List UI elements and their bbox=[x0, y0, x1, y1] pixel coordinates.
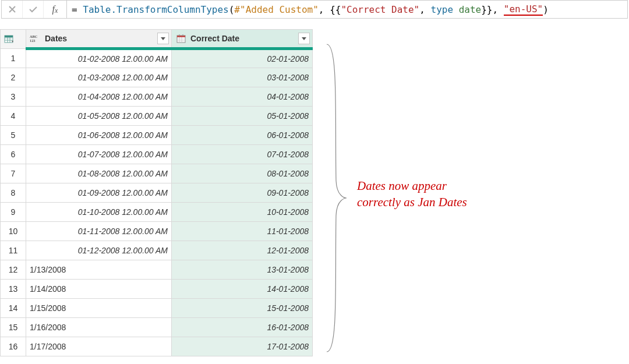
chevron-down-icon bbox=[161, 37, 165, 40]
row-number[interactable]: 1 bbox=[1, 49, 26, 68]
commit-formula-button[interactable] bbox=[23, 1, 44, 18]
brace-icon bbox=[322, 41, 351, 355]
cell-dates[interactable]: 01-09-2008 12.00.00 AM bbox=[26, 183, 172, 203]
cell-correct-date[interactable]: 14-01-2008 bbox=[172, 280, 313, 299]
table-row[interactable]: 161/17/200817-01-2008 bbox=[1, 337, 313, 356]
row-number[interactable]: 2 bbox=[1, 68, 26, 87]
date-type-icon bbox=[175, 34, 187, 43]
cell-dates[interactable]: 01-12-2008 12.00.00 AM bbox=[26, 241, 172, 260]
formula-fn: Table.TransformColumnTypes bbox=[83, 4, 228, 15]
cell-dates[interactable]: 01-04-2008 12.00.00 AM bbox=[26, 87, 172, 107]
row-number[interactable]: 11 bbox=[1, 241, 26, 260]
column-filter-button[interactable] bbox=[298, 33, 310, 44]
table-row[interactable]: 201-03-2008 12.00.00 AM03-01-2008 bbox=[1, 68, 313, 87]
cell-correct-date[interactable]: 16-01-2008 bbox=[172, 318, 313, 337]
cell-correct-date[interactable]: 07-01-2008 bbox=[172, 145, 313, 164]
any-type-icon: ABC 123 bbox=[30, 33, 41, 44]
svg-marker-9 bbox=[161, 37, 165, 40]
column-header-dates[interactable]: ABC 123 Dates bbox=[26, 30, 172, 49]
cell-dates[interactable]: 01-05-2008 12.00.00 AM bbox=[26, 107, 172, 126]
formula-bar: fx = Table.TransformColumnTypes(#"Added … bbox=[1, 0, 628, 19]
cell-dates[interactable]: 01-07-2008 12.00.00 AM bbox=[26, 145, 172, 164]
formula-step-ref: #"Added Custom" bbox=[234, 4, 319, 15]
cell-correct-date[interactable]: 13-01-2008 bbox=[172, 260, 313, 280]
table-row[interactable]: 1101-12-2008 12.00.00 AM12-01-2008 bbox=[1, 241, 313, 260]
table-row[interactable]: 101-02-2008 12.00.00 AM02-01-2008 bbox=[1, 49, 313, 68]
column-header-dates-label: Dates bbox=[45, 34, 67, 43]
row-number[interactable]: 9 bbox=[1, 203, 26, 222]
formula-locale: "en-US" bbox=[504, 3, 543, 16]
table-row[interactable]: 501-06-2008 12.00.00 AM06-01-2008 bbox=[1, 126, 313, 145]
cell-correct-date[interactable]: 10-01-2008 bbox=[172, 203, 313, 222]
table-row[interactable]: 1001-11-2008 12.00.00 AM11-01-2008 bbox=[1, 222, 313, 241]
column-filter-button[interactable] bbox=[157, 33, 169, 44]
row-number[interactable]: 14 bbox=[1, 299, 26, 318]
cell-dates[interactable]: 1/14/2008 bbox=[26, 280, 172, 299]
close-icon bbox=[8, 5, 16, 13]
table-row[interactable]: 401-05-2008 12.00.00 AM05-01-2008 bbox=[1, 107, 313, 126]
annotation-text: Dates now appear correctly as Jan Dates bbox=[357, 178, 467, 211]
cell-correct-date[interactable]: 05-01-2008 bbox=[172, 107, 313, 126]
cell-dates[interactable]: 01-03-2008 12.00.00 AM bbox=[26, 68, 172, 87]
formula-prefix: = bbox=[72, 4, 83, 15]
row-number[interactable]: 8 bbox=[1, 183, 26, 203]
row-number[interactable]: 15 bbox=[1, 318, 26, 337]
cell-dates[interactable]: 1/13/2008 bbox=[26, 260, 172, 280]
row-number[interactable]: 6 bbox=[1, 145, 26, 164]
cell-dates[interactable]: 01-02-2008 12.00.00 AM bbox=[26, 49, 172, 68]
cell-correct-date[interactable]: 15-01-2008 bbox=[172, 299, 313, 318]
cell-correct-date[interactable]: 08-01-2008 bbox=[172, 164, 313, 183]
table-row[interactable]: 701-08-2008 12.00.00 AM08-01-2008 bbox=[1, 164, 313, 183]
cell-dates[interactable]: 01-10-2008 12.00.00 AM bbox=[26, 203, 172, 222]
table-row[interactable]: 151/16/200816-01-2008 bbox=[1, 318, 313, 337]
fx-label: fx bbox=[44, 1, 67, 18]
row-number[interactable]: 7 bbox=[1, 164, 26, 183]
annotation-area: Dates now appear correctly as Jan Dates bbox=[313, 29, 629, 356]
cell-correct-date[interactable]: 06-01-2008 bbox=[172, 126, 313, 145]
svg-text:ABC: ABC bbox=[30, 34, 38, 38]
table-row[interactable]: 801-09-2008 12.00.00 AM09-01-2008 bbox=[1, 183, 313, 203]
cell-correct-date[interactable]: 02-01-2008 bbox=[172, 49, 313, 68]
cell-correct-date[interactable]: 11-01-2008 bbox=[172, 222, 313, 241]
cell-correct-date[interactable]: 03-01-2008 bbox=[172, 68, 313, 87]
cell-dates[interactable]: 01-11-2008 12.00.00 AM bbox=[26, 222, 172, 241]
cell-dates[interactable]: 1/16/2008 bbox=[26, 318, 172, 337]
table-row[interactable]: 121/13/200813-01-2008 bbox=[1, 260, 313, 280]
cell-correct-date[interactable]: 09-01-2008 bbox=[172, 183, 313, 203]
cancel-formula-button[interactable] bbox=[2, 1, 23, 18]
row-number[interactable]: 13 bbox=[1, 280, 26, 299]
row-number[interactable]: 4 bbox=[1, 107, 26, 126]
column-header-correct-label: Correct Date bbox=[190, 34, 239, 43]
formula-input[interactable]: = Table.TransformColumnTypes(#"Added Cus… bbox=[67, 1, 627, 18]
svg-text:123: 123 bbox=[30, 38, 36, 43]
cell-correct-date[interactable]: 04-01-2008 bbox=[172, 87, 313, 107]
check-icon bbox=[29, 5, 38, 13]
row-number[interactable]: 10 bbox=[1, 222, 26, 241]
cell-dates[interactable]: 1/17/2008 bbox=[26, 337, 172, 356]
row-number[interactable]: 5 bbox=[1, 126, 26, 145]
cell-dates[interactable]: 1/15/2008 bbox=[26, 299, 172, 318]
cell-dates[interactable]: 01-06-2008 12.00.00 AM bbox=[26, 126, 172, 145]
svg-marker-18 bbox=[302, 37, 306, 40]
row-number[interactable]: 16 bbox=[1, 337, 26, 356]
table-row[interactable]: 301-04-2008 12.00.00 AM04-01-2008 bbox=[1, 87, 313, 107]
table-row[interactable]: 901-10-2008 12.00.00 AM10-01-2008 bbox=[1, 203, 313, 222]
table-row[interactable]: 141/15/200815-01-2008 bbox=[1, 299, 313, 318]
cell-correct-date[interactable]: 12-01-2008 bbox=[172, 241, 313, 260]
data-grid[interactable]: ABC 123 Dates bbox=[0, 29, 313, 356]
row-number[interactable]: 12 bbox=[1, 260, 26, 280]
svg-rect-5 bbox=[5, 36, 13, 37]
row-number[interactable]: 3 bbox=[1, 87, 26, 107]
chevron-down-icon bbox=[302, 37, 306, 40]
cell-correct-date[interactable]: 17-01-2008 bbox=[172, 337, 313, 356]
svg-rect-11 bbox=[177, 36, 185, 37]
grid-corner[interactable] bbox=[1, 30, 26, 49]
table-icon bbox=[4, 35, 22, 43]
table-row[interactable]: 131/14/200814-01-2008 bbox=[1, 280, 313, 299]
cell-dates[interactable]: 01-08-2008 12.00.00 AM bbox=[26, 164, 172, 183]
formula-col: "Correct Date" bbox=[341, 4, 419, 15]
column-header-correct-date[interactable]: Correct Date bbox=[172, 30, 313, 49]
table-row[interactable]: 601-07-2008 12.00.00 AM07-01-2008 bbox=[1, 145, 313, 164]
